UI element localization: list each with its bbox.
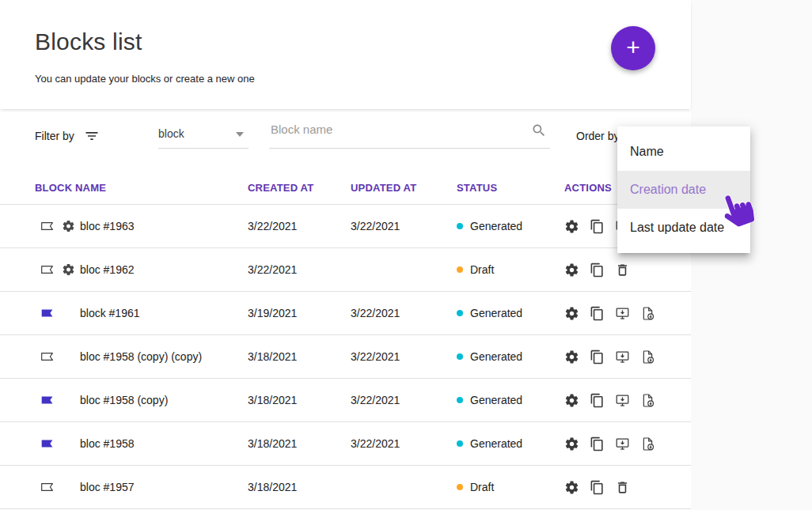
block-name-cell: bloc #1958 (copy) bbox=[35, 379, 248, 421]
actions-cell bbox=[564, 436, 691, 451]
table-row: bloc #1958 3/18/2021 3/22/2021 Generated bbox=[0, 422, 691, 466]
deploy-monitor-icon[interactable] bbox=[615, 306, 630, 321]
status-dot bbox=[457, 310, 463, 316]
copy-icon[interactable] bbox=[590, 306, 605, 321]
updated-at-cell: 3/22/2021 bbox=[351, 394, 457, 406]
block-name-cell: bloc #1958 (copy) (copy) bbox=[35, 335, 248, 378]
content-area: Blocks list You can update your blocks o… bbox=[0, 0, 691, 510]
block-name: bloc #1958 (copy) (copy) bbox=[80, 350, 202, 363]
actions-cell bbox=[564, 349, 691, 365]
trash-icon[interactable] bbox=[615, 480, 630, 495]
table-row: bloc #1958 (copy) (copy) 3/18/2021 3/22/… bbox=[0, 335, 691, 379]
updated-at-cell: 3/22/2021 bbox=[351, 350, 457, 363]
status-dot bbox=[457, 484, 463, 490]
settings-icon[interactable] bbox=[564, 306, 579, 321]
table-header: BLOCK NAMECREATED ATUPDATED ATSTATUSACTI… bbox=[0, 171, 691, 205]
block-type-select[interactable]: block bbox=[158, 119, 249, 149]
status-label: Generated bbox=[470, 350, 522, 363]
table-row: bloc #1963 3/22/2021 3/22/2021 Generated bbox=[0, 205, 691, 248]
flag-outline-icon bbox=[40, 219, 55, 234]
search-icon bbox=[531, 123, 547, 138]
status-label: Generated bbox=[470, 437, 522, 450]
flag-filled-icon bbox=[40, 393, 55, 408]
file-download-icon[interactable] bbox=[640, 306, 655, 321]
order-by-menu: NameCreation dateLast update date bbox=[617, 127, 750, 253]
deploy-monitor-icon[interactable] bbox=[615, 349, 630, 365]
status-cell: Generated bbox=[457, 307, 564, 319]
filter-by-label: Filter by bbox=[35, 130, 74, 142]
block-name: bloc #1962 bbox=[80, 263, 135, 276]
settings-icon[interactable] bbox=[564, 436, 579, 451]
table-row: bloc #1958 (copy) 3/18/2021 3/22/2021 Ge… bbox=[0, 379, 691, 422]
status-dot bbox=[457, 353, 463, 360]
settings-icon[interactable] bbox=[564, 393, 579, 408]
created-at-cell: 3/18/2021 bbox=[248, 437, 351, 450]
block-name-cell: bloc #1962 bbox=[35, 248, 248, 291]
block-name: block #1961 bbox=[80, 307, 140, 319]
status-label: Generated bbox=[470, 307, 522, 319]
actions-cell bbox=[564, 393, 691, 408]
settings-icon[interactable] bbox=[564, 349, 579, 365]
status-cell: Generated bbox=[457, 220, 564, 232]
flag-outline-icon bbox=[40, 349, 55, 365]
copy-icon[interactable] bbox=[590, 436, 605, 451]
column-header: UPDATED AT bbox=[351, 182, 457, 194]
column-header: STATUS bbox=[457, 182, 564, 194]
flag-outline-icon bbox=[40, 263, 55, 278]
created-at-cell: 3/18/2021 bbox=[248, 394, 351, 406]
status-label: Draft bbox=[470, 263, 494, 276]
settings-icon[interactable] bbox=[564, 219, 579, 234]
deploy-monitor-icon[interactable] bbox=[615, 393, 630, 408]
blocks-table: BLOCK NAMECREATED ATUPDATED ATSTATUSACTI… bbox=[0, 171, 691, 509]
status-dot bbox=[457, 440, 463, 447]
copy-icon[interactable] bbox=[590, 263, 605, 278]
file-download-icon[interactable] bbox=[640, 393, 655, 408]
table-row: bloc #1957 3/18/2021 Draft bbox=[0, 466, 691, 509]
status-dot bbox=[457, 266, 463, 273]
search-input[interactable] bbox=[269, 111, 550, 148]
block-name: bloc #1957 bbox=[80, 481, 135, 493]
filter-icon[interactable] bbox=[84, 128, 100, 144]
block-name-cell: bloc #1958 bbox=[35, 422, 248, 465]
filter-toolbar: Filter by block Order by bbox=[0, 109, 691, 171]
block-name-cell: bloc #1957 bbox=[35, 466, 248, 508]
block-name: bloc #1958 (copy) bbox=[80, 394, 168, 406]
page-header: Blocks list You can update your blocks o… bbox=[0, 0, 691, 109]
block-name-cell: bloc #1963 bbox=[35, 205, 248, 247]
created-at-cell: 3/19/2021 bbox=[248, 307, 351, 319]
order-by-label[interactable]: Order by bbox=[576, 130, 619, 142]
gear-badge-icon bbox=[62, 220, 75, 233]
copy-icon[interactable] bbox=[590, 219, 605, 234]
status-label: Generated bbox=[470, 220, 522, 232]
file-download-icon[interactable] bbox=[640, 436, 655, 451]
status-cell: Draft bbox=[457, 481, 564, 493]
flag-filled-icon bbox=[40, 306, 55, 321]
column-header: BLOCK NAME bbox=[35, 182, 248, 194]
created-at-cell: 3/22/2021 bbox=[248, 220, 351, 232]
add-block-button[interactable]: + bbox=[611, 26, 655, 70]
column-header: CREATED AT bbox=[248, 182, 351, 194]
block-name: bloc #1963 bbox=[80, 220, 135, 232]
flag-outline-icon bbox=[40, 480, 55, 495]
status-label: Generated bbox=[470, 394, 522, 406]
status-dot bbox=[457, 397, 463, 403]
updated-at-cell: 3/22/2021 bbox=[351, 307, 457, 319]
settings-icon[interactable] bbox=[564, 480, 579, 495]
copy-icon[interactable] bbox=[590, 349, 605, 365]
copy-icon[interactable] bbox=[590, 480, 605, 495]
file-download-icon[interactable] bbox=[640, 349, 655, 365]
blocks-list-page: Blocks list You can update your blocks o… bbox=[0, 0, 812, 510]
status-cell: Generated bbox=[457, 350, 564, 363]
copy-icon[interactable] bbox=[590, 393, 605, 408]
settings-icon[interactable] bbox=[564, 263, 579, 278]
order-menu-item[interactable]: Name bbox=[617, 133, 750, 171]
page-title: Blocks list bbox=[35, 28, 142, 55]
flag-filled-icon bbox=[40, 436, 55, 451]
page-subtitle: You can update your blocks or create a n… bbox=[35, 73, 255, 85]
type-select-value: block bbox=[158, 127, 184, 140]
updated-at-cell: 3/22/2021 bbox=[351, 437, 457, 450]
trash-icon[interactable] bbox=[615, 263, 630, 278]
actions-cell bbox=[564, 263, 691, 278]
table-row: block #1961 3/19/2021 3/22/2021 Generate… bbox=[0, 292, 691, 335]
deploy-monitor-icon[interactable] bbox=[615, 436, 630, 451]
